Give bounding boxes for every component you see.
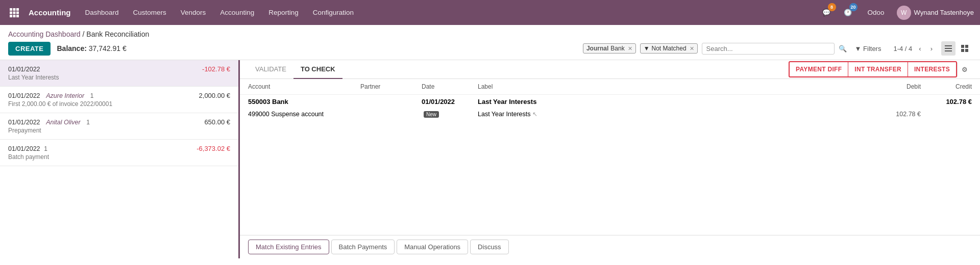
filter-bar: Journal Bank ✕ ▼ Not Matched ✕ 🔍 ▼ Filte… <box>583 41 972 56</box>
svg-rect-15 <box>965 49 968 52</box>
search-icon[interactable]: 🔍 <box>839 45 847 52</box>
search-box[interactable] <box>702 43 835 55</box>
svg-rect-12 <box>961 45 964 48</box>
not-matched-tag-remove[interactable]: ✕ <box>690 45 694 52</box>
breadcrumb: Accounting Dashboard / Bank Reconciliati… <box>8 30 972 38</box>
view-list-btn[interactable] <box>941 41 955 56</box>
filters-label: ▼ Filters <box>855 45 881 52</box>
svg-rect-3 <box>10 11 12 14</box>
nav-item-vendors[interactable]: Vendors <box>175 6 212 19</box>
row-account-0: 499000 Suspense account <box>248 111 360 118</box>
cursor-icon: ↖ <box>532 111 537 118</box>
col-account: Account <box>248 83 360 90</box>
svg-rect-13 <box>965 45 968 48</box>
row-partner-0 <box>360 111 422 118</box>
bottom-tabs: Match Existing Entries Batch Payments Ma… <box>240 235 980 258</box>
entry-row[interactable]: 01/01/2022 1 -6,373.02 € Batch payment <box>0 140 238 166</box>
entry-amount-3: -6,373.02 € <box>197 145 230 152</box>
subheader: Accounting Dashboard / Bank Reconciliati… <box>0 25 980 60</box>
col-date: Date <box>422 83 478 90</box>
nav-item-dashboard[interactable]: Dashboard <box>79 6 125 19</box>
table-header: Account Partner Date Label Debit Credit <box>240 79 980 95</box>
row-date-0: New <box>422 111 478 118</box>
activity-badge: 20 <box>849 3 857 11</box>
entry-desc-2: Prepayment <box>8 127 230 134</box>
tab-validate[interactable]: VALIDATE <box>248 60 293 79</box>
user-name: Wynand Tastenhoye <box>914 9 974 16</box>
payment-diff-button[interactable]: PAYMENT DIFF <box>790 63 848 76</box>
entry-desc-3: Batch payment <box>8 153 230 161</box>
col-debit: Debit <box>870 83 921 90</box>
nav-item-reporting[interactable]: Reporting <box>262 6 305 19</box>
entry-partner-1: Azure Interior <box>46 92 84 99</box>
svg-rect-9 <box>945 45 952 46</box>
table-bold-row: 550003 Bank 01/01/2022 Last Year Interes… <box>240 95 980 109</box>
entry-row[interactable]: 01/01/2022 Azure Interior 1 2,000.00 € F… <box>0 87 238 113</box>
odoo-label[interactable]: Odoo <box>862 6 891 19</box>
entry-desc-1: First 2,000.00 € of invoice 2022/00001 <box>8 100 230 108</box>
journal-filter-tag[interactable]: Journal Bank ✕ <box>583 43 636 54</box>
int-transfer-button[interactable]: INT TRANSFER <box>848 63 908 76</box>
grid-icon[interactable] <box>6 5 22 21</box>
svg-rect-14 <box>961 49 964 52</box>
user-menu[interactable]: W Wynand Tastenhoye <box>897 6 974 20</box>
tab-manual-operations[interactable]: Manual Operations <box>397 240 468 254</box>
chat-button[interactable]: 💬 8 <box>819 5 834 20</box>
col-label: Label <box>478 83 870 90</box>
svg-rect-2 <box>16 8 19 11</box>
breadcrumb-parent[interactable]: Accounting Dashboard <box>8 30 81 38</box>
nav-item-configuration[interactable]: Configuration <box>307 6 360 19</box>
svg-rect-8 <box>16 15 19 17</box>
nav-brand[interactable]: Accounting <box>29 8 71 17</box>
pager: 1-4 / 4 <box>893 45 912 52</box>
nav-item-customers[interactable]: Customers <box>127 6 173 19</box>
tab-to-check[interactable]: TO CHECK <box>293 60 342 79</box>
pager-prev[interactable]: ‹ <box>916 44 923 54</box>
balance-value: 37,742.91 € <box>89 44 127 52</box>
view-buttons <box>941 41 972 56</box>
bank-tag-value: Bank <box>610 45 624 52</box>
activity-button[interactable]: 🕐 20 <box>840 5 855 20</box>
main-content: 01/01/2022 -102.78 € Last Year Interests… <box>0 60 980 258</box>
entry-num-1: 1 <box>90 92 94 99</box>
filters-button[interactable]: ▼ Filters <box>851 43 886 55</box>
bold-account: 550003 Bank <box>248 98 360 105</box>
entry-desc-0: Last Year Interests <box>8 74 230 81</box>
bank-tag-remove[interactable]: ✕ <box>628 45 632 52</box>
col-partner: Partner <box>360 83 422 90</box>
tab-batch-payments[interactable]: Batch Payments <box>331 240 395 254</box>
topnav: Accounting Dashboard Customers Vendors A… <box>0 0 980 25</box>
entry-amount-0: -102.78 € <box>202 65 230 73</box>
svg-rect-0 <box>10 8 12 11</box>
balance-label: Balance: <box>57 44 86 52</box>
view-grid-btn[interactable] <box>958 41 972 56</box>
entry-date-0: 01/01/2022 <box>8 66 40 73</box>
action-buttons-group: PAYMENT DIFF INT TRANSFER INTERESTS <box>789 61 957 77</box>
entry-date-3: 01/01/2022 <box>8 145 40 152</box>
row-credit-0 <box>921 111 972 118</box>
nav-item-accounting[interactable]: Accounting <box>214 6 260 19</box>
create-button[interactable]: CREATE <box>8 42 51 56</box>
svg-rect-10 <box>945 48 952 49</box>
svg-rect-4 <box>13 11 16 14</box>
tab-match-existing[interactable]: Match Existing Entries <box>248 240 329 254</box>
svg-rect-5 <box>16 11 19 14</box>
tab-discuss[interactable]: Discuss <box>470 240 509 254</box>
gear-button[interactable]: ⚙ <box>957 63 972 76</box>
entries-list: 01/01/2022 -102.78 € Last Year Interests… <box>0 60 240 258</box>
pager-next[interactable]: › <box>928 44 935 54</box>
entry-row[interactable]: 01/01/2022 Anital Oliver 1 650.00 € Prep… <box>0 113 238 140</box>
bold-date: 01/01/2022 <box>422 98 478 105</box>
not-matched-filter-tag[interactable]: ▼ Not Matched ✕ <box>640 43 698 54</box>
svg-rect-7 <box>13 15 16 17</box>
user-avatar: W <box>897 6 911 20</box>
toolbar-row: CREATE Balance: 37,742.91 € Journal Bank… <box>8 41 972 60</box>
entry-top: 01/01/2022 -102.78 € <box>8 65 230 73</box>
bold-credit: 102.78 € <box>921 98 972 105</box>
svg-rect-11 <box>945 50 952 51</box>
interests-button[interactable]: INTERESTS <box>908 63 956 76</box>
topnav-right: 💬 8 🕐 20 Odoo W Wynand Tastenhoye <box>819 5 974 20</box>
table-row: 499000 Suspense account New Last Year In… <box>240 109 980 120</box>
entry-row[interactable]: 01/01/2022 -102.78 € Last Year Interests <box>0 60 238 87</box>
search-input[interactable] <box>706 45 830 52</box>
